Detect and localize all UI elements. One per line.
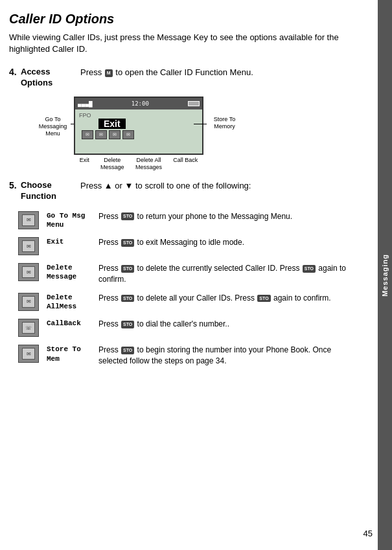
delete-msg-icon-symbol: ✉ <box>27 269 31 275</box>
sto-badge-del1: STO <box>121 265 134 273</box>
step-5-label: ChooseFunction <box>21 180 74 202</box>
func-icon-delete-msg: ✉ <box>18 263 39 281</box>
func-desc-exit: Press STO to exit Messaging to idle mode… <box>98 237 358 248</box>
icon-exit: ✉ <box>82 130 93 139</box>
step-4-label-text: AccessOptions <box>21 67 52 87</box>
fpo-label: FPO <box>79 112 198 119</box>
intro-text: While viewing Caller IDs, just press the… <box>9 32 358 55</box>
function-item-delete-msg: ✉ DeleteMessage Press STO to delete the … <box>18 263 358 285</box>
screen-labels-row: Exit DeleteMessage Delete AllMessages Ca… <box>74 157 203 171</box>
step-5-label-text: ChooseFunction <box>21 180 56 201</box>
label-exit: Exit <box>80 157 89 171</box>
label-delete-message: DeleteMessage <box>100 157 124 171</box>
func-icon-inner-delete-all: ✉ <box>22 296 35 308</box>
screen-time: 12:00 <box>132 100 149 107</box>
screen-right-label: Store ToMemory <box>207 116 242 130</box>
step-4-number: 4. <box>9 67 21 77</box>
goto-icon-symbol: ✉ <box>27 217 31 223</box>
page-title: Caller ID Options <box>9 12 358 27</box>
icon-delete: ✉ <box>95 130 107 139</box>
step-4-label: AccessOptions <box>21 67 74 89</box>
sto-badge-dall1: STO <box>121 295 134 303</box>
func-label-goto: Go To MsgMenu <box>47 211 92 230</box>
func-icon-inner-store: ✉ <box>22 348 35 360</box>
function-item-goto: ✉ Go To MsgMenu Press STO to return your… <box>18 211 358 230</box>
func-icon-delete-all: ✉ <box>18 293 39 311</box>
store-icon-symbol: ✉ <box>27 351 31 357</box>
screen-icons-row: ✉ ✉ ✉ ✉ <box>79 130 198 139</box>
screen-content: FPO Exit ✉ ✉ ✉ ✉ <box>75 109 202 142</box>
message-key-badge: M <box>105 69 113 77</box>
func-desc-delete-msg: Press STO to delete the currently select… <box>98 263 358 285</box>
icon-call-back: ✉ <box>122 130 134 139</box>
sidebar-label: Messaging <box>381 254 389 297</box>
phone-screen-area: Go ToMessagingMenu ▄▄▄█ 12:00 FPO Exit ✉… <box>35 97 242 171</box>
func-label-delete-msg: DeleteMessage <box>47 263 92 282</box>
func-label-store: Store ToMem <box>47 345 92 363</box>
step-4-desc: Press M to open the Caller ID Function M… <box>80 67 358 78</box>
screen-battery <box>188 101 200 106</box>
function-item-exit: ✉ Exit Press STO to exit Messaging to id… <box>18 237 358 255</box>
step-5-number: 5. <box>9 180 21 190</box>
function-item-delete-all: ✉ DeleteAllMess Press STO to delete all … <box>18 293 358 312</box>
label-call-back: Call Back <box>173 157 198 171</box>
func-icon-inner-delete-msg: ✉ <box>22 266 35 278</box>
sto-badge-store: STO <box>121 347 134 354</box>
func-desc-store: Press STO to begin storing the number in… <box>98 345 358 367</box>
phone-screen: ▄▄▄█ 12:00 FPO Exit ✉ ✉ ✉ ✉ <box>74 97 203 155</box>
func-icon-inner-goto: ✉ <box>22 214 35 226</box>
step-5-desc: Press ▲ or ▼ to scroll to one of the fol… <box>80 180 358 192</box>
func-icon-callback: ☏ <box>18 319 39 337</box>
func-desc-delete-all: Press STO to delete all your Caller IDs.… <box>98 293 358 304</box>
sidebar: Messaging <box>378 0 392 550</box>
sto-badge-dall2: STO <box>257 295 270 303</box>
func-icon-store: ✉ <box>18 345 39 363</box>
screen-signal: ▄▄▄█ <box>78 101 93 107</box>
func-desc-goto: Press STO to return your phone to the Me… <box>98 211 358 222</box>
page-number: 45 <box>363 529 373 538</box>
func-desc-callback: Press STO to dial the caller's number.. <box>98 319 358 330</box>
func-label-callback: CallBack <box>47 319 92 328</box>
callback-icon-symbol: ☏ <box>25 325 32 331</box>
function-item-callback: ☏ CallBack Press STO to dial the caller'… <box>18 319 358 337</box>
function-items: ✉ Go To MsgMenu Press STO to return your… <box>18 211 358 367</box>
step-5-row: 5. ChooseFunction Press ▲ or ▼ to scroll… <box>9 180 358 202</box>
sto-badge-goto: STO <box>121 212 134 220</box>
func-icon-inner-exit: ✉ <box>22 240 35 252</box>
main-content: Caller ID Options While viewing Caller I… <box>0 0 378 550</box>
exit-highlight: Exit <box>98 119 126 129</box>
exit-icon-symbol: ✉ <box>27 244 31 249</box>
func-icon-exit: ✉ <box>18 237 39 255</box>
sto-badge-del2: STO <box>303 265 316 273</box>
delete-all-icon-symbol: ✉ <box>27 299 31 304</box>
screen-left-label: Go ToMessagingMenu <box>35 116 71 137</box>
label-delete-all: Delete AllMessages <box>135 157 162 171</box>
page-container: Caller ID Options While viewing Caller I… <box>0 0 392 550</box>
func-label-exit: Exit <box>47 237 92 246</box>
sto-badge-callback: STO <box>121 321 134 328</box>
sto-badge-exit: STO <box>121 239 134 247</box>
func-icon-goto: ✉ <box>18 211 39 229</box>
icon-delete-all: ✉ <box>109 130 121 139</box>
screen-top-bar: ▄▄▄█ 12:00 <box>75 98 202 109</box>
func-label-delete-all: DeleteAllMess <box>47 293 92 312</box>
step-4-row: 4. AccessOptions Press M to open the Cal… <box>9 67 358 89</box>
func-icon-inner-callback: ☏ <box>22 322 35 334</box>
arrow-right <box>194 124 207 124</box>
function-item-store: ✉ Store ToMem Press STO to begin storing… <box>18 345 358 367</box>
